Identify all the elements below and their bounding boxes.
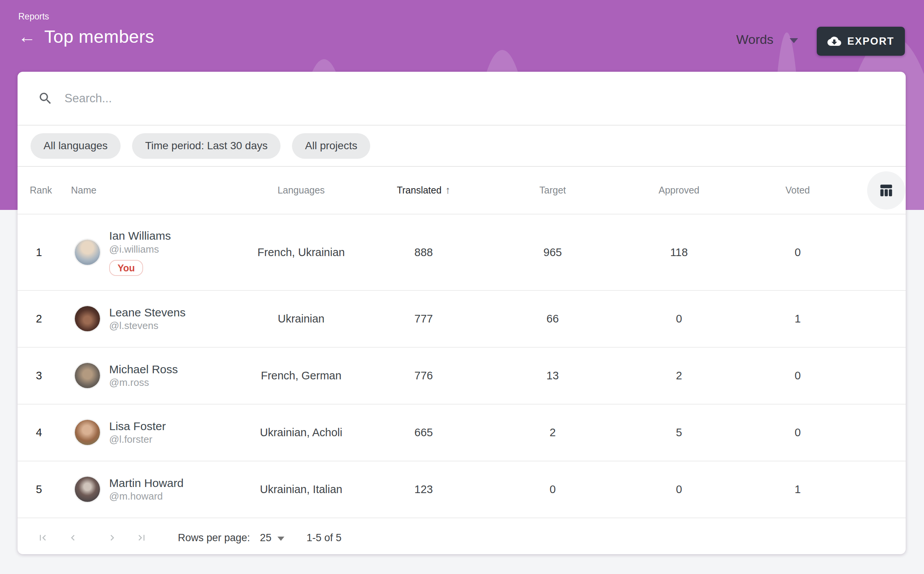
table-row[interactable]: 2 Leane Stevens @l.stevens Ukrainian 777… <box>18 290 906 347</box>
voted-value: 0 <box>729 246 866 259</box>
table-row[interactable]: 1 Ian Williams @i.williams You French, U… <box>18 214 906 290</box>
column-header-languages[interactable]: Languages <box>231 185 371 196</box>
last-page-button[interactable] <box>136 532 147 543</box>
member-handle: @i.williams <box>109 243 159 256</box>
translated-value: 888 <box>371 246 476 259</box>
languages-value: French, German <box>231 369 371 382</box>
you-badge: You <box>109 260 143 276</box>
pagination-range: 1-5 of 5 <box>306 532 342 544</box>
table-row[interactable]: 3 Michael Ross @m.ross French, German 77… <box>18 347 906 404</box>
column-header-name[interactable]: Name <box>67 185 231 196</box>
table-row[interactable]: 5 Martin Howard @m.howard Ukrainian, Ita… <box>18 461 906 518</box>
search-icon <box>38 91 53 106</box>
chevron-right-icon <box>106 532 118 544</box>
languages-value: Ukrainian, Italian <box>231 483 371 496</box>
table-columns-icon <box>877 182 895 199</box>
report-unit-value: Words <box>736 32 774 47</box>
cloud-download-icon <box>827 34 841 48</box>
languages-value: French, Ukrainian <box>231 246 371 259</box>
first-page-icon <box>37 532 48 544</box>
languages-value: Ukrainian <box>231 313 371 325</box>
search-bar <box>18 72 906 126</box>
avatar <box>75 420 100 445</box>
rank-value: 1 <box>18 246 60 259</box>
member-name: Leane Stevens <box>109 305 185 320</box>
next-page-button[interactable] <box>106 532 118 543</box>
column-header-target[interactable]: Target <box>476 185 629 196</box>
target-value: 2 <box>476 426 629 439</box>
translated-value: 777 <box>371 313 476 325</box>
rows-per-page-dropdown[interactable]: 25 <box>260 532 284 544</box>
approved-value: 2 <box>629 369 729 382</box>
member-handle: @l.stevens <box>109 319 158 332</box>
avatar <box>75 306 100 331</box>
rank-value: 3 <box>18 369 60 382</box>
target-value: 13 <box>476 369 629 382</box>
member-name: Michael Ross <box>109 362 178 377</box>
target-value: 0 <box>476 483 629 496</box>
member-handle: @m.ross <box>109 376 149 389</box>
member-name: Lisa Foster <box>109 419 166 434</box>
report-card: All languages Time period: Last 30 days … <box>18 72 906 554</box>
voted-value: 1 <box>729 313 866 325</box>
target-value: 66 <box>476 313 629 325</box>
translated-value: 776 <box>371 369 476 382</box>
rows-per-page-label: Rows per page: <box>178 532 250 544</box>
member-name: Martin Howard <box>109 476 184 490</box>
chevron-left-icon <box>67 532 79 544</box>
rank-value: 5 <box>18 483 60 496</box>
voted-value: 0 <box>729 426 866 439</box>
rank-value: 4 <box>18 426 60 439</box>
rows-per-page-value: 25 <box>260 532 271 544</box>
column-header-rank[interactable]: Rank <box>18 185 67 196</box>
target-value: 965 <box>476 246 629 259</box>
caret-down-icon <box>790 38 798 43</box>
column-header-approved[interactable]: Approved <box>629 185 729 196</box>
filter-languages-chip[interactable]: All languages <box>31 133 121 159</box>
column-header-translated-label: Translated <box>397 185 442 196</box>
member-handle: @l.forster <box>109 433 152 446</box>
column-header-voted[interactable]: Voted <box>729 185 866 196</box>
voted-value: 1 <box>729 483 866 496</box>
filter-projects-chip[interactable]: All projects <box>292 133 370 159</box>
table-body: 1 Ian Williams @i.williams You French, U… <box>18 214 906 518</box>
export-button-label: EXPORT <box>847 35 894 47</box>
translated-value: 665 <box>371 426 476 439</box>
avatar <box>75 240 100 265</box>
page-title: Top members <box>44 26 154 47</box>
pagination-bar: Rows per page: 25 1-5 of 5 <box>18 518 906 557</box>
breadcrumb: Reports <box>18 11 49 22</box>
report-unit-dropdown[interactable]: Words <box>736 32 798 47</box>
column-settings-button[interactable] <box>867 171 905 210</box>
avatar <box>75 477 100 502</box>
approved-value: 0 <box>629 313 729 325</box>
table-header-row: Rank Name Languages Translated ↑ Target … <box>18 167 906 214</box>
last-page-icon <box>136 532 147 544</box>
approved-value: 0 <box>629 483 729 496</box>
filter-time-period-chip[interactable]: Time period: Last 30 days <box>132 133 281 159</box>
translated-value: 123 <box>371 483 476 496</box>
rank-value: 2 <box>18 313 60 325</box>
voted-value: 0 <box>729 369 866 382</box>
table-row[interactable]: 4 Lisa Foster @l.forster Ukrainian, Acho… <box>18 404 906 461</box>
sort-ascending-arrow-icon: ↑ <box>445 184 451 196</box>
languages-value: Ukrainian, Acholi <box>231 426 371 439</box>
approved-value: 5 <box>629 426 729 439</box>
member-handle: @m.howard <box>109 490 163 503</box>
member-name: Ian Williams <box>109 229 171 243</box>
search-input[interactable] <box>64 91 600 106</box>
caret-down-icon <box>277 537 284 541</box>
export-button[interactable]: EXPORT <box>817 27 905 56</box>
back-arrow-icon[interactable]: ← <box>18 28 36 45</box>
first-page-button[interactable] <box>37 532 48 543</box>
filter-bar: All languages Time period: Last 30 days … <box>18 126 906 167</box>
approved-value: 118 <box>629 246 729 259</box>
column-header-translated[interactable]: Translated ↑ <box>371 184 476 196</box>
previous-page-button[interactable] <box>67 532 79 543</box>
avatar <box>75 363 100 388</box>
